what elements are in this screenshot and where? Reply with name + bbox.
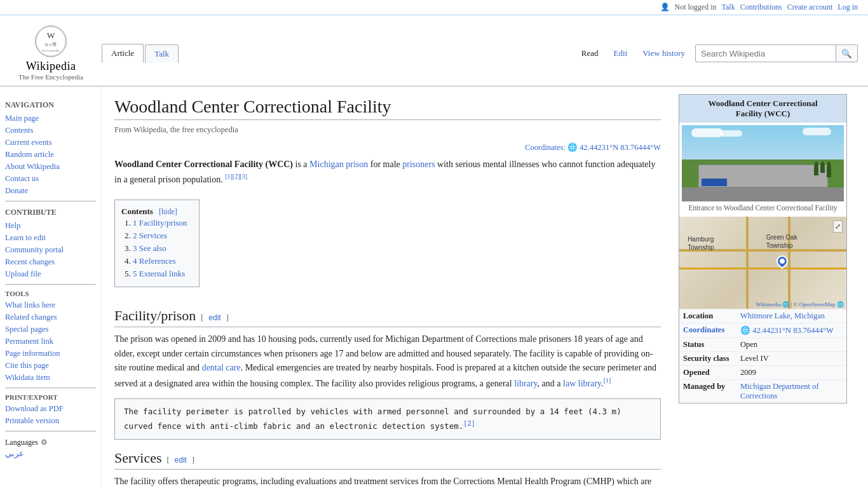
facility-name-bold: Woodland Center Correctional Facility	[114, 159, 263, 169]
tab-read[interactable]: Read	[576, 44, 604, 62]
toc-hide-button[interactable]: [hide]	[159, 207, 177, 216]
map-expand-button[interactable]: ⤢	[833, 220, 843, 233]
main-layout: Navigation Main page Contents Current ev…	[0, 86, 868, 488]
intro-for-text: for male	[370, 159, 403, 169]
law-library-link[interactable]: law library	[563, 378, 601, 388]
talk-link[interactable]: Talk	[722, 3, 735, 12]
sidebar-item-contents[interactable]: Contents	[5, 125, 96, 137]
opened-label: Opened	[679, 366, 736, 380]
header: W Ω γ 维 Encyclopædia Wikipedia The Free …	[0, 15, 868, 86]
sidebar-item-help[interactable]: Help	[5, 220, 96, 232]
managed-label: Managed by	[679, 380, 736, 403]
toc-list: 1 Facility/prison 2 Services 3 See also …	[133, 217, 187, 280]
top-links: 👤 Not logged in Talk Contributions Creat…	[660, 3, 858, 12]
prisoners-link[interactable]: prisoners	[402, 159, 435, 169]
coordinates-label-ib: Coordinates	[679, 323, 736, 338]
sidebar-item-cite[interactable]: Cite this page	[5, 360, 96, 372]
tab-edit[interactable]: Edit	[609, 44, 633, 62]
sidebar-divider-2	[5, 284, 96, 285]
search-input[interactable]	[696, 46, 836, 61]
article-intro: Woodland Center Correctional Facility (W…	[114, 158, 661, 187]
toc-link-2[interactable]: 2 Services	[133, 231, 167, 240]
svg-text:Encyclopædia: Encyclopædia	[42, 49, 60, 52]
wcc-abbrev: (WCC)	[265, 159, 293, 169]
toc-item-2: 2 Services	[133, 229, 187, 242]
article-content: Woodland Center Correctional Facility Fr…	[102, 86, 674, 488]
page-title: Woodland Center Correctional Facility	[114, 97, 661, 120]
section1-edit-link[interactable]: edit	[208, 313, 220, 322]
tab-talk[interactable]: Talk	[145, 44, 179, 63]
location-value: Whitmore Lake, Michigan	[736, 309, 846, 323]
infobox-row-location: Location Whitmore Lake, Michigan	[679, 309, 846, 323]
sidebar-item-learn-to-edit[interactable]: Learn to edit	[5, 232, 96, 244]
infobox-row-opened: Opened 2009	[679, 366, 846, 380]
section2-edit-link[interactable]: edit	[175, 456, 187, 464]
sidebar-item-printable[interactable]: Printable version	[5, 415, 96, 427]
sidebar-item-page-info[interactable]: Page information	[5, 348, 96, 360]
s1-ref1[interactable]: [1]	[604, 377, 611, 384]
wikimedia-link[interactable]: Wikimedia	[756, 301, 781, 308]
coords-link-ib[interactable]: 42.44231°N 83.76444°W	[752, 326, 834, 335]
sidebar-item-arabic[interactable]: عربي	[5, 447, 96, 460]
toc-item-5: 5 External links	[133, 268, 187, 280]
sidebar-item-recent-changes[interactable]: Recent changes	[5, 256, 96, 268]
tools-title: Tools	[5, 290, 96, 297]
tab-view-history[interactable]: View history	[637, 44, 690, 62]
ref3-link[interactable]: [3]	[240, 173, 248, 180]
sidebar-item-what-links[interactable]: What links here	[5, 299, 96, 311]
sidebar-item-random-article[interactable]: Random article	[5, 149, 96, 161]
toc-item-1: 1 Facility/prison	[133, 217, 187, 229]
sidebar-item-donate[interactable]: Donate	[5, 185, 96, 197]
coordinates-label: Coordinates:	[525, 143, 567, 152]
section1-text: The prison was opened in 2009 and has 10…	[114, 332, 661, 390]
edit-bracket-1-close: ]	[226, 313, 229, 323]
gear-icon[interactable]: ⚙	[41, 438, 48, 447]
section1-title: Facility/prison	[114, 308, 196, 324]
log-in-link[interactable]: Log in	[837, 3, 858, 12]
bq-ref[interactable]: [2]	[463, 419, 475, 427]
sidebar-item-wikidata[interactable]: Wikidata item	[5, 372, 96, 384]
create-account-link[interactable]: Create account	[787, 3, 833, 12]
toc-link-5[interactable]: 5 External links	[133, 269, 185, 278]
sidebar-item-special-pages[interactable]: Special pages	[5, 323, 96, 336]
sidebar-item-contact[interactable]: Contact us	[5, 173, 96, 185]
sidebar-item-current-events[interactable]: Current events	[5, 137, 96, 149]
status-value: Open	[736, 338, 846, 352]
coordinates-link[interactable]: 42.44231°N 83.76444°W	[580, 143, 661, 152]
managed-link[interactable]: Michigan Department of Corrections	[740, 382, 819, 400]
top-bar: 👤 Not logged in Talk Contributions Creat…	[0, 0, 868, 15]
search-button[interactable]: 🔍	[836, 45, 857, 62]
dental-care-link[interactable]: dental care	[202, 363, 241, 372]
ref2-link[interactable]: [2]	[233, 173, 240, 180]
sidebar-item-related-changes[interactable]: Related changes	[5, 311, 96, 323]
sidebar-item-community-portal[interactable]: Community portal	[5, 244, 96, 256]
sidebar-item-about[interactable]: About Wikipedia	[5, 161, 96, 173]
status-label: Status	[679, 338, 736, 352]
logo-title[interactable]: Wikipedia	[26, 60, 76, 73]
tab-article[interactable]: Article	[102, 44, 144, 63]
infobox-row-security: Security class Level IV	[679, 352, 846, 366]
logo-area: W Ω γ 维 Encyclopædia Wikipedia The Free …	[0, 20, 102, 86]
sidebar-item-upload-file[interactable]: Upload file	[5, 268, 96, 280]
languages-section: Languages ⚙	[5, 438, 96, 447]
openstreetmap-link[interactable]: OpenStreetMap	[799, 301, 836, 308]
blockquote: The facility perimeter is patrolled by v…	[114, 398, 661, 440]
infobox-image-area: Entrance to Woodland Center Correctional…	[679, 123, 846, 217]
michigan-prison-link[interactable]: Michigan prison	[309, 159, 368, 169]
sidebar-item-main-page[interactable]: Main page	[5, 112, 96, 125]
ref1-link[interactable]: [1]	[225, 173, 233, 180]
infobox-row-managed: Managed by Michigan Department of Correc…	[679, 380, 846, 403]
toc-link-4[interactable]: 4 References	[133, 256, 176, 266]
location-label: Location	[679, 309, 736, 323]
sidebar-item-download-pdf[interactable]: Download as PDF	[5, 403, 96, 415]
print-title: Print/export	[5, 393, 96, 401]
library-link[interactable]: library	[514, 378, 537, 388]
sidebar-item-permanent-link[interactable]: Permanent link	[5, 336, 96, 348]
toc-link-1[interactable]: 1 Facility/prison	[133, 218, 187, 227]
location-link[interactable]: Whitmore Lake, Michigan	[740, 311, 825, 320]
contributions-link[interactable]: Contributions	[740, 3, 782, 12]
toc-link-3[interactable]: 3 See also	[133, 243, 166, 253]
infobox-table: Location Whitmore Lake, Michigan Coordin…	[679, 309, 846, 403]
globe-icon-ib: 🌐	[740, 326, 750, 335]
wikipedia-logo[interactable]: W Ω γ 维 Encyclopædia	[35, 25, 67, 57]
